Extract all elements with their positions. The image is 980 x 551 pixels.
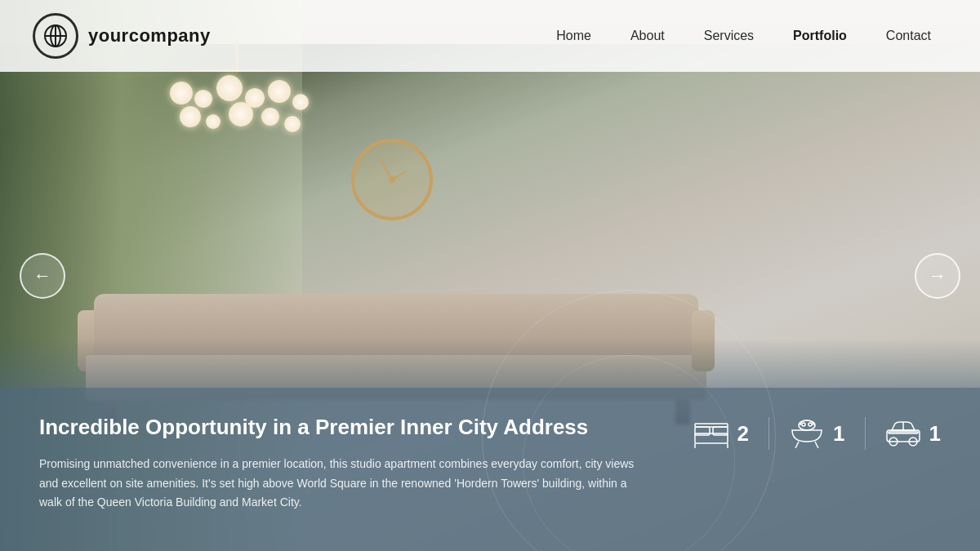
baths-count: 1: [833, 421, 844, 447]
car-icon: [885, 419, 921, 448]
listing-stats: 2 1: [693, 414, 941, 450]
logo-area: yourcompany: [33, 13, 211, 59]
svg-point-13: [802, 423, 805, 426]
listing-description: Promising unmatched convenience in a pre…: [39, 455, 644, 513]
logo-icon: [33, 13, 78, 59]
svg-rect-18: [889, 432, 918, 433]
cars-count: 1: [929, 421, 941, 447]
nav-about[interactable]: About: [614, 22, 681, 50]
svg-point-14: [808, 423, 812, 426]
stat-divider-1: [768, 417, 769, 450]
bed-icon: [693, 419, 729, 448]
bath-icon: [789, 419, 825, 448]
stat-divider-2: [865, 417, 866, 450]
next-arrow-icon: →: [929, 265, 947, 287]
listing-text: Incredible Opportunity in a Premier Inne…: [39, 414, 693, 513]
nav-home[interactable]: Home: [540, 22, 608, 50]
nav-portfolio[interactable]: Portfolio: [777, 22, 863, 50]
svg-rect-9: [695, 424, 728, 427]
nav-services[interactable]: Services: [688, 22, 770, 50]
next-slide-button[interactable]: →: [915, 253, 960, 299]
stat-baths: 1: [789, 419, 844, 448]
stat-beds: 2: [693, 419, 749, 448]
listing-title: Incredible Opportunity in a Premier Inne…: [39, 414, 661, 442]
beds-count: 2: [737, 421, 749, 447]
brand-name: yourcompany: [88, 25, 211, 47]
listing-info-panel: Incredible Opportunity in a Premier Inne…: [0, 388, 980, 551]
prev-slide-button[interactable]: ←: [20, 253, 65, 299]
nav-links: Home About Services Portfolio Contact: [540, 22, 947, 50]
hero-section: yourcompany Home About Services Portfoli…: [0, 0, 980, 551]
navigation: yourcompany Home About Services Portfoli…: [0, 0, 980, 72]
prev-arrow-icon: ←: [33, 265, 51, 287]
wall-clock: [351, 139, 433, 220]
nav-contact[interactable]: Contact: [870, 22, 947, 50]
stat-cars: 1: [885, 419, 941, 448]
svg-line-11: [795, 442, 799, 448]
svg-line-12: [815, 442, 818, 448]
